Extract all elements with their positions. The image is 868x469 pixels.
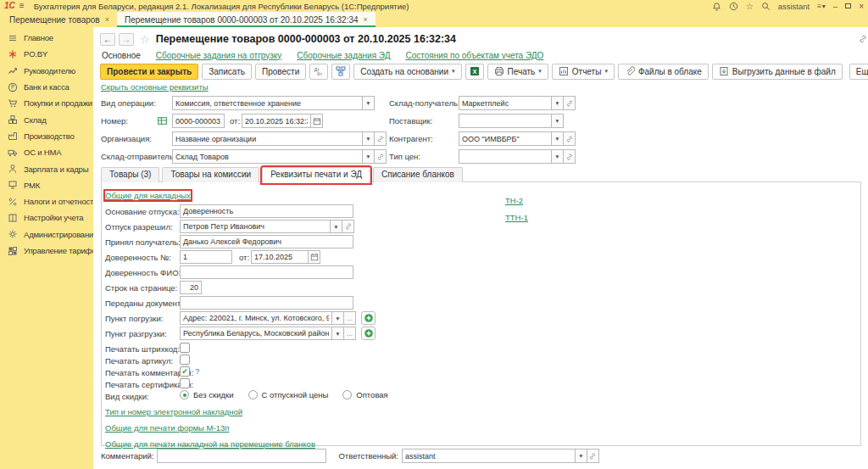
discount-selling-price-radio[interactable] xyxy=(248,390,258,399)
documents-passed-input[interactable] xyxy=(180,296,353,310)
sidebar-item-manager[interactable]: Руководителю xyxy=(0,63,93,79)
create-based-button[interactable]: Создать на основании▾ xyxy=(353,64,461,80)
print-certificates-checkbox[interactable] xyxy=(180,378,190,388)
received-by-input[interactable] xyxy=(180,235,353,248)
loading-point-input[interactable] xyxy=(180,311,332,325)
forward-button[interactable]: → xyxy=(119,33,134,46)
date-input[interactable] xyxy=(242,114,311,128)
electronic-invoice-link[interactable]: Тип и номер электронной накладной xyxy=(105,407,242,416)
nav-edo-states-link[interactable]: Состояния по объектам учета ЭДО xyxy=(405,51,543,60)
sidebar-item-salary-hr[interactable]: Зарплата и кадры xyxy=(0,160,93,176)
tab-print-requisites[interactable]: Реквизиты печати и ЭД xyxy=(262,167,370,183)
counterparty-input[interactable] xyxy=(459,131,552,146)
receiver-store-input[interactable] xyxy=(459,96,552,110)
save-button[interactable]: Записать xyxy=(202,64,252,80)
rows-per-page-input[interactable] xyxy=(180,281,202,294)
favorites-star-icon[interactable]: ☆ xyxy=(746,2,754,11)
main-menu-icon[interactable]: ≡ xyxy=(19,2,25,10)
export-data-button[interactable]: Выгрузить данные в файл xyxy=(712,64,843,80)
dropdown-button[interactable]: ▾ xyxy=(363,131,375,146)
set-number-icon[interactable] xyxy=(157,115,168,126)
ellipsis-button[interactable]: … xyxy=(344,327,356,340)
tab-close-icon[interactable]: × xyxy=(105,15,109,24)
minimize-button[interactable]: – xyxy=(833,2,837,11)
sender-store-input[interactable] xyxy=(172,149,363,164)
nav-assembly-shipment-link[interactable]: Сборочные задания на отгрузку xyxy=(156,51,281,60)
sidebar-item-fixed-assets[interactable]: ОС и НМА xyxy=(0,144,93,160)
unloading-point-input[interactable] xyxy=(180,327,332,340)
sidebar-item-tariff[interactable]: Управление тарифом xyxy=(0,243,93,259)
structure-button[interactable] xyxy=(331,64,350,80)
close-window-button[interactable]: × xyxy=(859,2,864,11)
accounting-entries-button[interactable] xyxy=(309,64,328,80)
discount-wholesale-radio[interactable] xyxy=(342,390,352,399)
tab-goods-transfer-document[interactable]: Перемещение товаров 0000-000003 от 20.10… xyxy=(117,12,376,27)
open-link-button[interactable] xyxy=(564,96,576,110)
dropdown-button[interactable]: ▾ xyxy=(552,96,564,110)
poa-date-input[interactable] xyxy=(251,250,309,264)
back-button[interactable]: ← xyxy=(100,33,115,46)
sidebar-item-production[interactable]: Производство xyxy=(0,128,93,144)
open-link-button[interactable] xyxy=(375,131,387,146)
poa-number-input[interactable] xyxy=(180,250,232,264)
sidebar-item-accounting-settings[interactable]: Настройки учета xyxy=(0,209,93,226)
more-button[interactable]: Еще▾ xyxy=(849,64,868,80)
open-link-button[interactable] xyxy=(375,149,387,164)
tab-goods-transfer-list[interactable]: Перемещение товаров × xyxy=(2,12,117,27)
discount-none-radio[interactable] xyxy=(180,390,189,399)
organization-input[interactable] xyxy=(172,131,363,146)
supplier-input[interactable] xyxy=(459,114,552,128)
sidebar-item-rmk[interactable]: РМК xyxy=(0,177,93,193)
current-user[interactable]: assistant xyxy=(778,2,810,11)
open-link-button[interactable] xyxy=(342,220,354,233)
poa-name-input[interactable] xyxy=(180,265,353,279)
comment-hint[interactable]: ? xyxy=(195,366,199,376)
release-basis-input[interactable] xyxy=(180,204,353,218)
hide-requisites-link[interactable]: Скрыть основные реквизиты xyxy=(101,82,209,92)
nav-assembly-ed-link[interactable]: Сборочные задания ЭД xyxy=(297,51,390,60)
print-button[interactable]: Печать▾ xyxy=(487,64,548,80)
favorite-star-icon[interactable]: ☆ xyxy=(140,33,150,46)
tab-close-icon[interactable]: × xyxy=(364,15,368,24)
sidebar-item-purchases-sales[interactable]: Покупки и продажи xyxy=(0,95,93,111)
get-link-icon[interactable] xyxy=(858,34,868,44)
print-barcode-checkbox[interactable] xyxy=(180,343,190,353)
ellipsis-button[interactable]: … xyxy=(344,311,356,325)
tab-blank-writeoff[interactable]: Списание бланков xyxy=(373,167,463,182)
dropdown-button[interactable]: ▾ xyxy=(552,114,564,128)
print-article-checkbox[interactable] xyxy=(180,355,190,365)
release-allowed-input[interactable] xyxy=(180,220,331,233)
add-loading-point-button[interactable] xyxy=(361,311,376,325)
history-clock-icon[interactable] xyxy=(729,2,738,11)
add-unloading-point-button[interactable] xyxy=(361,327,376,340)
sidebar-item-warehouse[interactable]: Склад xyxy=(0,111,93,127)
dropdown-button[interactable]: ▾ xyxy=(363,149,375,164)
sidebar-item-bank-cash[interactable]: Банк и касса xyxy=(0,79,93,95)
dropdown-button[interactable]: ▾ xyxy=(363,96,375,110)
price-type-input[interactable] xyxy=(459,149,552,164)
number-input[interactable] xyxy=(172,114,225,128)
open-link-button[interactable] xyxy=(564,149,576,164)
blank-transfer-link[interactable]: Общие для печати накладной на перемещени… xyxy=(105,439,315,449)
dropdown-button[interactable]: ▾ xyxy=(552,149,564,164)
post-button[interactable]: Провести xyxy=(255,64,306,80)
notifications-bell-icon[interactable] xyxy=(712,2,721,11)
nav-main[interactable]: Основное xyxy=(102,51,141,60)
reports-button[interactable]: Отчеты▾ xyxy=(552,64,615,80)
m13-form-link[interactable]: Общие для печати формы М-13п xyxy=(105,423,229,433)
calendar-button[interactable] xyxy=(309,250,320,264)
post-and-close-button[interactable]: Провести и закрыть xyxy=(100,64,198,80)
sidebar-item-taxes[interactable]: Налоги и отчетность xyxy=(0,193,93,209)
calendar-button[interactable] xyxy=(311,114,323,128)
dropdown-button[interactable]: ▾ xyxy=(332,311,344,325)
dropdown-button[interactable]: ▾ xyxy=(331,220,342,233)
dropdown-button[interactable]: ▾ xyxy=(552,131,564,146)
dropdown-button[interactable]: ▾ xyxy=(332,327,344,340)
excel-button[interactable] xyxy=(465,64,484,80)
sidebar-item-administration[interactable]: Администрирование xyxy=(0,226,93,243)
cloud-files-button[interactable]: Файлы в облаке xyxy=(618,64,709,80)
operation-input[interactable] xyxy=(172,96,363,110)
open-link-button[interactable] xyxy=(564,131,576,146)
common-invoices-link[interactable]: Общие для накладных xyxy=(105,191,191,200)
tab-goods-commission[interactable]: Товары на комиссии xyxy=(162,167,259,182)
